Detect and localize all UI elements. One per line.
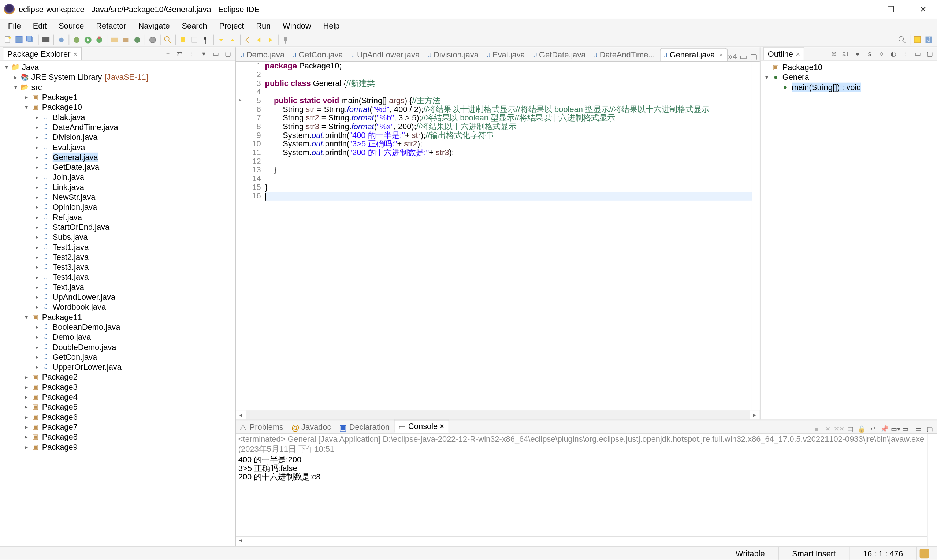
minimize-editor-icon[interactable]: ▭ <box>740 52 747 61</box>
java-file-node[interactable]: ▸JTest1.java <box>0 242 235 252</box>
maximize-panel-icon[interactable]: ▢ <box>925 424 934 433</box>
menu-search[interactable]: Search <box>176 20 213 32</box>
package-node[interactable]: ▸▣Package2 <box>0 372 235 382</box>
outline-class[interactable]: ▾●General <box>761 72 937 82</box>
outline-package[interactable]: ▣Package10 <box>761 62 937 72</box>
hide-static-icon[interactable]: s <box>865 49 874 58</box>
view-menu-icon[interactable]: ▾ <box>199 49 208 58</box>
filter-icon[interactable]: ⁝ <box>187 49 196 58</box>
editor-tab[interactable]: JGeneral.java× <box>660 48 727 61</box>
java-file-node[interactable]: ▸JGetDate.java <box>0 162 235 172</box>
remove-launch-icon[interactable]: ✕ <box>823 424 832 433</box>
display-console-icon[interactable]: ▭▾ <box>891 424 900 433</box>
editor-tab[interactable]: JDemo.java <box>237 48 288 61</box>
view-menu-icon[interactable]: ⁝ <box>901 49 910 58</box>
java-file-node[interactable]: ▸JEval.java <box>0 142 235 152</box>
java-file-node[interactable]: ▸JJoin.java <box>0 172 235 182</box>
tip-icon[interactable] <box>920 549 929 558</box>
editor-tab[interactable]: JUpAndLower.java <box>347 48 424 61</box>
scroll-left-icon[interactable]: ◂ <box>236 537 246 546</box>
package-node[interactable]: ▸▣Package8 <box>0 432 235 442</box>
remove-all-icon[interactable]: ✕✕ <box>834 424 844 433</box>
menu-run[interactable]: Run <box>251 20 276 32</box>
package-node[interactable]: ▸▣Package4 <box>0 392 235 402</box>
new-package-icon[interactable] <box>120 34 131 45</box>
close-icon[interactable]: × <box>73 50 78 58</box>
editor-tab[interactable]: JEval.java <box>483 48 529 61</box>
outline-tab[interactable]: Outline× <box>763 47 805 60</box>
java-file-node[interactable]: ▸JRef.java <box>0 212 235 222</box>
java-file-node[interactable]: ▸JUpAndLower.java <box>0 292 235 302</box>
editor-hscroll[interactable]: ◂ ▸ <box>236 409 760 420</box>
debug-icon[interactable] <box>71 34 82 45</box>
focus-icon[interactable]: ⊕ <box>829 49 838 58</box>
tab-problems[interactable]: ⚠Problems <box>236 421 287 433</box>
toggle-block-icon[interactable] <box>189 34 200 45</box>
maximize-view-icon[interactable]: ▢ <box>223 49 232 58</box>
open-perspective-icon[interactable] <box>912 34 923 45</box>
outline-method[interactable]: ●main(String[]) : void <box>761 82 937 92</box>
jre-node[interactable]: ▸📚JRE System Library[JavaSE-11] <box>0 72 235 82</box>
sort-icon[interactable]: a↓ <box>841 49 850 58</box>
menu-file[interactable]: File <box>3 20 26 32</box>
menu-source[interactable]: Source <box>54 20 89 32</box>
tab-console[interactable]: ▭Console× <box>394 420 449 433</box>
maximize-view-icon[interactable]: ▢ <box>925 49 934 58</box>
open-console-icon[interactable]: ▭+ <box>902 424 911 433</box>
coverage-icon[interactable] <box>94 34 105 45</box>
save-icon[interactable] <box>14 34 25 45</box>
new-icon[interactable] <box>3 34 13 45</box>
editor-tab[interactable]: JGetCon.java <box>289 48 347 61</box>
java-file-node[interactable]: ▸JText.java <box>0 282 235 292</box>
skip-breakpoints-icon[interactable] <box>56 34 67 45</box>
java-file-node[interactable]: ▸JTest3.java <box>0 262 235 272</box>
pin-icon[interactable] <box>280 34 291 45</box>
console-vscroll[interactable] <box>927 434 937 546</box>
menu-navigate[interactable]: Navigate <box>133 20 175 32</box>
next-annotation-icon[interactable] <box>216 34 227 45</box>
link-editor-icon[interactable]: ⇄ <box>175 49 184 58</box>
save-all-icon[interactable] <box>25 34 36 45</box>
hide-fields-icon[interactable]: ● <box>853 49 862 58</box>
java-file-node[interactable]: ▸JDemo.java <box>0 332 235 342</box>
console-hscroll[interactable]: ◂ <box>236 536 927 546</box>
java-file-node[interactable]: ▸JUpperOrLower.java <box>0 362 235 371</box>
code-editor[interactable]: ▸ 12345678910111213141516 package Packag… <box>236 62 760 409</box>
run-icon[interactable] <box>83 34 93 45</box>
console-output[interactable]: 400 的一半是:200 3>5 正确吗:false 200 的十六进制数是:c… <box>236 456 927 536</box>
menu-window[interactable]: Window <box>277 20 316 32</box>
tab-declaration[interactable]: ▣Declaration <box>335 421 394 433</box>
editor-tab[interactable]: JDivision.java <box>424 48 482 61</box>
menu-edit[interactable]: Edit <box>28 20 52 32</box>
package-node[interactable]: ▾▣Package10 <box>0 102 235 112</box>
scroll-right-icon[interactable]: ▸ <box>750 412 760 418</box>
minimize-button[interactable]: — <box>849 3 869 16</box>
menu-project[interactable]: Project <box>214 20 250 32</box>
toggle-whitespace-icon[interactable]: ¶ <box>201 34 211 45</box>
new-java-project-icon[interactable] <box>109 34 120 45</box>
java-file-node[interactable]: ▸JNewStr.java <box>0 192 235 202</box>
last-edit-icon[interactable] <box>242 34 253 45</box>
java-perspective-icon[interactable]: J <box>924 34 934 45</box>
search-icon[interactable] <box>163 34 173 45</box>
pin-console-icon[interactable]: 📌 <box>880 424 889 433</box>
close-button[interactable]: ✕ <box>913 3 933 16</box>
java-file-node[interactable]: ▸JTest2.java <box>0 252 235 262</box>
project-node[interactable]: ▾📁Java <box>0 62 235 72</box>
package-tree[interactable]: ▾📁Java ▸📚JRE System Library[JavaSE-11] ▾… <box>0 61 235 546</box>
open-type-icon[interactable] <box>147 34 158 45</box>
package-explorer-tab[interactable]: Package Explorer× <box>3 47 82 60</box>
word-wrap-icon[interactable]: ↵ <box>868 424 877 433</box>
java-file-node[interactable]: ▸JBlak.java <box>0 112 235 122</box>
close-icon[interactable]: × <box>796 50 800 58</box>
collapse-all-icon[interactable]: ⊟ <box>163 49 172 58</box>
hide-local-icon[interactable]: ◐ <box>889 49 898 58</box>
scroll-left-icon[interactable]: ◂ <box>236 412 246 418</box>
package-node[interactable]: ▸▣Package7 <box>0 422 235 432</box>
src-folder-node[interactable]: ▾📂src <box>0 82 235 92</box>
overview-ruler[interactable] <box>752 62 760 409</box>
terminate-icon[interactable]: ■ <box>812 424 821 433</box>
minimize-panel-icon[interactable]: ▭ <box>914 424 923 433</box>
scroll-lock-icon[interactable]: 🔒 <box>857 424 866 433</box>
java-file-node[interactable]: ▸JDoubleDemo.java <box>0 342 235 352</box>
